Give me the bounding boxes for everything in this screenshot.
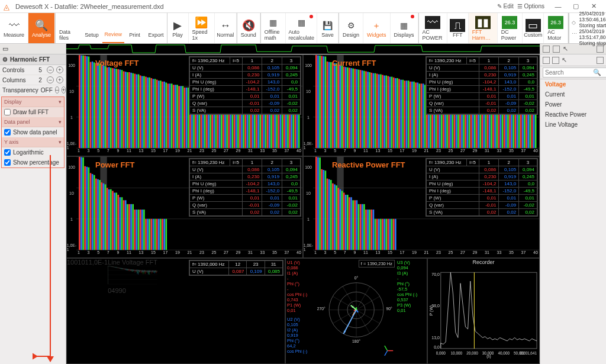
svg-rect-330	[354, 200, 356, 250]
search-icon[interactable]: 🔍	[593, 69, 601, 76]
tab-icon[interactable]	[543, 57, 550, 64]
percentage-checkbox[interactable]	[4, 159, 11, 166]
svg-rect-49	[158, 80, 160, 148]
options-link[interactable]: ☰ Options	[517, 3, 544, 9]
fft-display-button[interactable]: ⎍FFT	[447, 13, 469, 43]
svg-rect-10	[86, 56, 88, 148]
svg-rect-185	[415, 82, 417, 148]
section-datapanel[interactable]: Data panel	[4, 119, 30, 125]
collapse-left-icon[interactable]: ▭	[2, 45, 8, 53]
speed-button[interactable]: ⏩Speed 1x	[189, 13, 215, 43]
widgets-button[interactable]: ＋Widgets	[363, 13, 391, 43]
columns-plus[interactable]: +	[56, 76, 63, 83]
svg-rect-12	[90, 62, 92, 149]
fftharm-display-button[interactable]: ▮▮FFT Harm…	[469, 13, 498, 43]
svg-rect-41	[143, 76, 145, 149]
svg-text:0,0: 0,0	[434, 345, 440, 349]
minimize-button[interactable]: —	[549, 1, 567, 12]
tab-icon[interactable]	[597, 57, 604, 64]
channel-item[interactable]: Power	[540, 99, 606, 109]
panel-icon[interactable]	[553, 46, 560, 53]
save-button[interactable]: 💾Save	[317, 13, 339, 43]
setup-link[interactable]: Setup	[81, 13, 102, 43]
svg-rect-352	[395, 219, 397, 250]
svg-rect-160	[369, 72, 370, 148]
svg-rect-136	[325, 56, 327, 148]
svg-rect-164	[376, 74, 378, 149]
measure-tab[interactable]: 〰Measure	[0, 13, 28, 43]
tab-icon[interactable]	[552, 57, 559, 64]
edit-link[interactable]: ✎ Edit	[497, 3, 514, 9]
svg-rect-162	[373, 73, 375, 149]
timeline-overview[interactable]	[66, 44, 540, 54]
acpower-display-button[interactable]: 〰AC POWER	[419, 13, 447, 43]
channel-item[interactable]: Voltage	[540, 79, 606, 89]
svg-rect-392	[441, 272, 537, 349]
show-datapanel-checkbox[interactable]	[4, 129, 11, 136]
controls-value: 5	[36, 67, 44, 73]
dcpower-display-button[interactable]: 26.3DC Power	[498, 13, 523, 43]
reactive_fft-chart[interactable]: 1001011,0E-1Reactive Power FFTf= 1390,23…	[303, 156, 540, 258]
design-button[interactable]: ⚙Design	[339, 13, 363, 43]
percentage-label: Show percentage	[13, 159, 59, 166]
polar-chart[interactable]: U1 (V)0,086 I1 (A)- Phi (°)- cos Phi (-)…	[285, 258, 427, 364]
sound-button[interactable]: 🔇Sound	[237, 13, 260, 43]
svg-text:P (W): P (W)	[429, 305, 434, 316]
cursor-icon[interactable]: ↖	[563, 45, 568, 53]
columns-minus[interactable]: –	[47, 76, 54, 83]
channel-item[interactable]: Reactive Power	[540, 109, 606, 120]
svg-rect-329	[352, 200, 354, 250]
review-link[interactable]: Review	[102, 13, 124, 43]
controls-plus[interactable]: +	[56, 66, 63, 73]
cursor-icon[interactable]: ↖	[562, 56, 567, 64]
svg-rect-156	[362, 70, 363, 148]
svg-rect-340	[373, 210, 375, 250]
acmotor-display-button[interactable]: 26.3AC Motor	[544, 13, 568, 43]
offline-math-button[interactable]: ▦Offline math	[261, 13, 286, 43]
controls-minus[interactable]: –	[47, 66, 54, 73]
svg-rect-344	[380, 219, 382, 250]
transparency-plus[interactable]: +	[62, 86, 66, 94]
custom-display-button[interactable]: ▭Custom	[523, 13, 544, 43]
app-logo-icon: ◬	[4, 2, 12, 11]
svg-rect-13	[92, 62, 94, 148]
section-display[interactable]: Display	[4, 99, 22, 105]
svg-rect-31	[125, 72, 127, 148]
auto-recalc-button[interactable]: ▦Auto recalculate	[286, 13, 317, 43]
svg-rect-321	[337, 188, 339, 250]
svg-rect-139	[330, 62, 332, 148]
svg-rect-187	[419, 83, 421, 148]
analyse-tab[interactable]: 🔍Analyse	[28, 13, 55, 43]
datafiles-link[interactable]: Data files	[56, 13, 81, 43]
normal-button[interactable]: ↔Normal	[215, 13, 237, 43]
recorder-chart[interactable]: Recorder 70,038,013,00,0P (W)0,00010,000…	[427, 258, 540, 364]
chart-title: Voltage FFT	[95, 59, 138, 67]
panel-icon[interactable]	[597, 46, 604, 53]
channel-item[interactable]: Line Voltage	[540, 120, 606, 130]
logarithmic-checkbox[interactable]	[4, 149, 11, 156]
export-link[interactable]: Export	[146, 13, 167, 43]
panel-icon[interactable]	[543, 46, 550, 53]
svg-rect-169	[385, 75, 387, 148]
channel-item[interactable]: Current	[540, 89, 606, 99]
play-button[interactable]: ▶Play	[167, 13, 189, 43]
displays-button[interactable]: ▦Displays	[391, 13, 418, 43]
svg-text:(s): (s)	[486, 354, 491, 359]
voltage_fft-chart[interactable]: 1001011,0E-1Voltage FFTf= 1390,230 Hzi=5…	[66, 54, 303, 156]
print-link[interactable]: Print	[124, 13, 146, 43]
svg-rect-147	[345, 67, 347, 148]
chart-title: Reactive Power FFT	[332, 160, 405, 169]
power_fft-chart[interactable]: 1001011,0E-1Power FFTf= 1390,230 Hzi=512…	[66, 156, 303, 258]
svg-text:10,000: 10,000	[451, 351, 463, 355]
transparency-minus[interactable]: –	[55, 86, 59, 94]
svg-text:0°: 0°	[354, 276, 359, 280]
svg-rect-290	[141, 210, 143, 250]
draw-full-fft-checkbox[interactable]	[4, 109, 11, 115]
svg-rect-297	[154, 219, 156, 250]
svg-rect-47	[154, 79, 156, 148]
svg-rect-48	[156, 80, 158, 149]
current_fft-chart[interactable]: 1001011,0E-1Current FFTf= 1390,230 Hzi=5…	[303, 54, 540, 156]
line-voltage-fft-chart[interactable]: 1001011,0E-1 Line Voltage FFT f= 1392,00…	[66, 258, 285, 364]
svg-rect-322	[340, 189, 341, 250]
section-yaxis[interactable]: Y axis	[4, 139, 18, 145]
